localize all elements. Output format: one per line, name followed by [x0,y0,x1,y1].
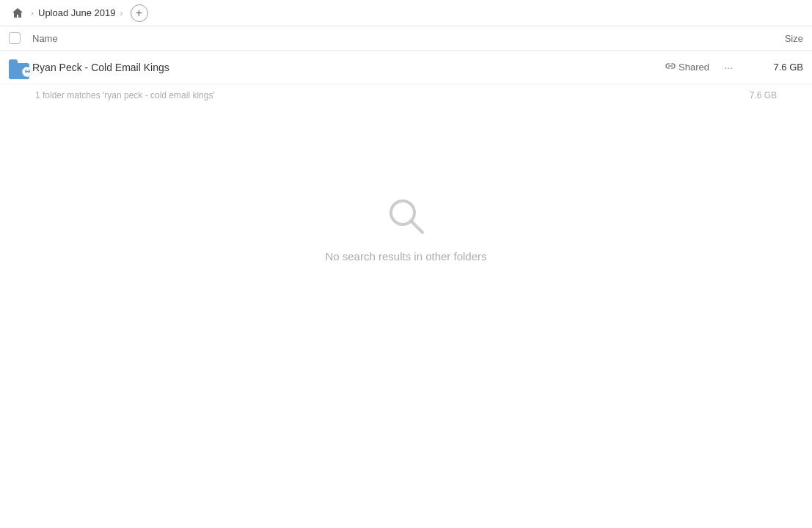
match-info-size: 7.6 GB [750,90,777,100]
folder-icon-wrapper [9,59,32,76]
file-size: 7.6 GB [745,62,803,73]
file-name: Ryan Peck - Cold Email Kings [32,62,665,73]
match-info-text: 1 folder matches 'ryan peck - cold email… [35,90,215,100]
match-info-row: 1 folder matches 'ryan peck - cold email… [0,84,812,106]
folder-link-icon [9,59,29,76]
size-column-header: Size [745,33,803,44]
shared-label: Shared [679,62,709,73]
table-header: Name Size [0,26,812,51]
link-badge [22,67,32,77]
home-button[interactable] [9,4,26,22]
shared-indicator: Shared [665,61,709,73]
link-icon [665,61,676,73]
svg-line-1 [411,221,423,232]
breadcrumb-chevron-2: › [120,8,123,18]
name-column-header: Name [32,33,745,44]
select-all-checkbox[interactable] [9,32,21,44]
more-options-button[interactable]: ··· [718,57,739,78]
table-row[interactable]: Ryan Peck - Cold Email Kings Shared ··· … [0,51,812,84]
no-results-search-icon [384,194,428,238]
no-results-label: No search results in other folders [325,250,486,263]
empty-state: No search results in other folders [0,194,812,263]
add-button[interactable]: + [131,4,148,22]
breadcrumb-label[interactable]: Upload June 2019 [38,7,116,18]
breadcrumb-chevron: › [31,8,34,18]
breadcrumb-bar: › Upload June 2019 › + [0,0,812,26]
